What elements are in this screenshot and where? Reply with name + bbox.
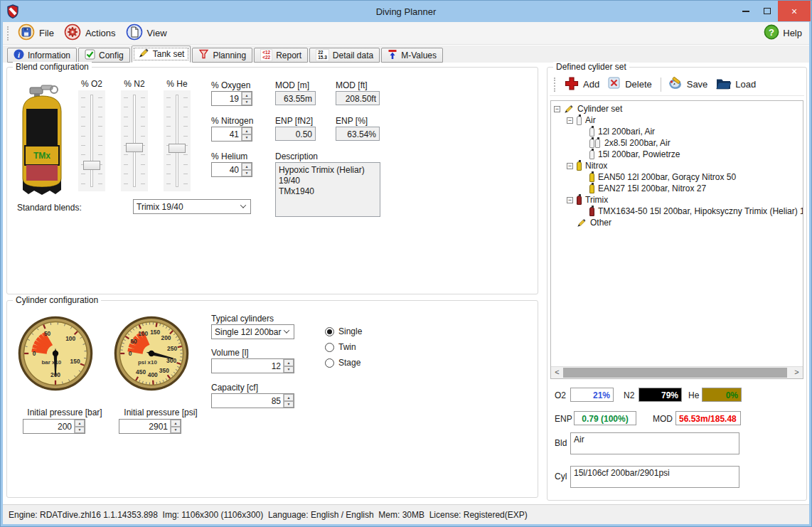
tree-node[interactable]: 2x8.5l 200bar, Air xyxy=(552,137,803,149)
volume-value[interactable]: 12 xyxy=(212,359,283,373)
scrollbar-thumb[interactable] xyxy=(563,368,787,378)
add-button[interactable]: Add xyxy=(561,75,604,95)
radio-twin[interactable]: Twin xyxy=(325,342,356,352)
tree-collapse-icon[interactable]: − xyxy=(554,106,560,112)
slider-thumb[interactable] xyxy=(126,143,143,152)
menu-view[interactable]: View xyxy=(122,22,173,44)
pressure-psi-stepper[interactable]: 2901 ▲▼ xyxy=(119,419,181,434)
scroll-left-icon[interactable]: < xyxy=(551,367,563,378)
tree-node[interactable]: TMX1634-50 15l 200bar, Hipoksyczny Trimi… xyxy=(552,206,803,217)
enp-summary-label: ENP xyxy=(555,414,572,424)
spin-up-icon[interactable]: ▲ xyxy=(171,420,181,427)
tab-label: Planning xyxy=(213,50,246,60)
tree-node[interactable]: −Trimix xyxy=(552,194,803,206)
n2-slider[interactable] xyxy=(121,90,148,191)
spin-down-icon[interactable]: ▼ xyxy=(75,427,85,434)
spin-down-icon[interactable]: ▼ xyxy=(284,366,294,373)
svg-text:bar x10: bar x10 xyxy=(42,359,62,366)
slider-thumb[interactable] xyxy=(83,161,100,170)
chevron-down-icon xyxy=(284,327,289,333)
tab-m-values[interactable]: M-Values xyxy=(381,48,443,63)
radio-single[interactable]: Single xyxy=(325,326,362,336)
bld-textbox[interactable]: Air xyxy=(570,432,739,454)
menu-actions[interactable]: Actions xyxy=(60,22,122,44)
capacity-value[interactable]: 85 xyxy=(212,394,283,408)
cylinder-set-tree[interactable]: −Cylinder set−Air12l 200bari, Air2x8.5l … xyxy=(550,100,803,379)
svg-text:0: 0 xyxy=(129,350,132,357)
radio-icon[interactable] xyxy=(325,343,334,352)
enp-fn2-field: 0.50 xyxy=(275,127,316,141)
o2-summary-field: 21% xyxy=(570,388,614,402)
standard-blends-dropdown[interactable]: Trimix 19/40 xyxy=(133,199,251,214)
tree-collapse-icon[interactable]: − xyxy=(567,197,573,203)
tab-planning[interactable]: Planning xyxy=(192,48,252,63)
spin-up-icon[interactable]: ▲ xyxy=(242,163,252,170)
tree-node[interactable]: Other xyxy=(552,217,803,228)
spin-up-icon[interactable]: ▲ xyxy=(242,92,252,99)
spin-up-icon[interactable]: ▲ xyxy=(284,359,294,366)
svg-text:0: 0 xyxy=(33,350,36,357)
tab-report[interactable]: <12<22 Report xyxy=(254,48,308,63)
helium-value[interactable]: 40 xyxy=(212,163,241,176)
slider-thumb[interactable] xyxy=(169,144,186,153)
nitrogen-stepper[interactable]: 41 ▲▼ xyxy=(211,127,252,142)
pressure-bar-stepper[interactable]: 200 ▲▼ xyxy=(23,419,85,434)
spin-down-icon[interactable]: ▼ xyxy=(171,427,181,434)
load-button[interactable]: Load xyxy=(712,75,761,94)
close-button[interactable]: × xyxy=(778,1,811,21)
tree-node[interactable]: −Air xyxy=(552,115,803,126)
radio-stage[interactable]: Stage xyxy=(325,358,360,368)
tree-node[interactable]: 12l 200bari, Air xyxy=(552,126,803,137)
help-button[interactable]: ? Help xyxy=(764,24,802,42)
group-title: Cylinder configuration xyxy=(13,295,101,305)
maximize-button[interactable] xyxy=(757,1,778,21)
typical-cylinders-dropdown[interactable]: Single 12l 200bar xyxy=(211,324,294,339)
app-window: Diving Planner × File Actions View ? xyxy=(0,0,812,527)
spin-down-icon[interactable]: ▼ xyxy=(242,99,252,106)
tree-collapse-icon[interactable]: − xyxy=(567,163,573,169)
tab-detail-data[interactable]: 2215.3 Detail data xyxy=(309,48,380,63)
menu-file[interactable]: File xyxy=(14,22,60,44)
pressure-psi-value[interactable]: 2901 xyxy=(119,420,170,433)
he-slider[interactable] xyxy=(164,90,191,191)
spin-up-icon[interactable]: ▲ xyxy=(242,127,252,134)
spin-down-icon[interactable]: ▼ xyxy=(242,170,252,177)
helium-stepper[interactable]: 40 ▲▼ xyxy=(211,162,252,177)
delete-button[interactable]: Delete xyxy=(604,75,657,94)
capacity-stepper[interactable]: 85 ▲▼ xyxy=(211,393,294,408)
spin-up-icon[interactable]: ▲ xyxy=(75,420,85,427)
tank-image: TMx xyxy=(13,79,71,198)
tab-label: Config xyxy=(99,50,124,60)
delete-label: Delete xyxy=(625,79,652,90)
minimize-button[interactable] xyxy=(735,1,757,21)
pressure-bar-value[interactable]: 200 xyxy=(23,420,74,433)
tab-information[interactable]: i Information xyxy=(7,48,77,63)
tree-node[interactable]: EAN27 15l 200bar, Nitrox 27 xyxy=(552,183,803,194)
tree-collapse-icon[interactable]: − xyxy=(567,117,573,124)
group-title: Blend configuration xyxy=(13,62,92,72)
volume-stepper[interactable]: 12 ▲▼ xyxy=(211,358,294,373)
tab-tank-set[interactable]: Tank set xyxy=(132,46,191,63)
radio-icon[interactable] xyxy=(325,358,334,368)
menu-file-label: File xyxy=(39,28,54,38)
oxygen-value[interactable]: 19 xyxy=(212,92,241,105)
radio-icon[interactable] xyxy=(325,327,334,336)
tree-spacer xyxy=(579,129,586,135)
oxygen-label: % Oxygen xyxy=(211,80,250,90)
tree-node[interactable]: 15l 200bar, Powietrze xyxy=(552,149,803,160)
o2-slider[interactable] xyxy=(78,90,105,191)
oxygen-stepper[interactable]: 19 ▲▼ xyxy=(211,91,252,106)
spin-down-icon[interactable]: ▼ xyxy=(242,134,252,142)
tree-node[interactable]: −Nitrox xyxy=(552,160,803,171)
spin-up-icon[interactable]: ▲ xyxy=(284,394,294,401)
tree-horizontal-scrollbar[interactable]: < > xyxy=(551,366,803,378)
tree-node[interactable]: EAN50 12l 200bar, Gorący Nitrox 50 xyxy=(552,171,803,183)
spin-down-icon[interactable]: ▼ xyxy=(284,401,294,408)
scroll-right-icon[interactable]: > xyxy=(791,367,803,378)
save-button[interactable]: Save xyxy=(665,75,713,94)
tree-node[interactable]: −Cylinder set xyxy=(552,103,803,115)
nitrogen-value[interactable]: 41 xyxy=(212,127,241,141)
cyl-textbox[interactable]: 15l/106cf 200bar/2901psi xyxy=(570,466,739,488)
tab-config[interactable]: Config xyxy=(78,48,130,63)
cyl-white-icon xyxy=(577,116,582,125)
